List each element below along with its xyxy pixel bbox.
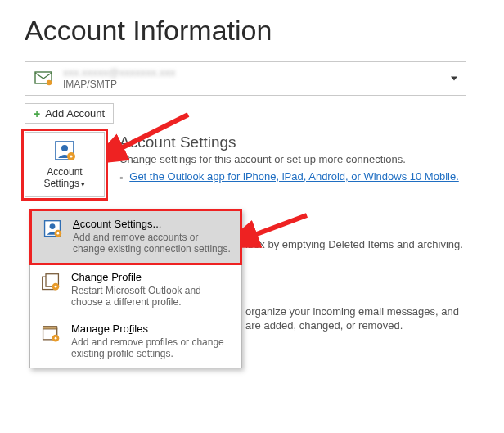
svg-point-17 bbox=[55, 337, 57, 340]
add-account-label: Add Account bbox=[45, 107, 105, 120]
mailbox-settings-fragment: lbox by emptying Deleted Items and archi… bbox=[245, 238, 504, 250]
svg-point-7 bbox=[50, 223, 56, 229]
add-account-button[interactable]: + Add Account bbox=[25, 103, 114, 124]
svg-point-9 bbox=[56, 232, 59, 235]
manage-profiles-icon bbox=[38, 322, 63, 359]
menu-item-desc: Add and remove accounts or change existi… bbox=[73, 232, 232, 255]
svg-rect-15 bbox=[43, 327, 57, 329]
page-title: Account Information bbox=[25, 15, 504, 47]
account-settings-tile[interactable]: Account Settings ▾ bbox=[25, 132, 105, 197]
menu-item-title: Change Profile bbox=[71, 271, 233, 283]
account-settings-tile-icon bbox=[52, 140, 77, 163]
get-outlook-app-link[interactable]: Get the Outlook app for iPhone, iPad, An… bbox=[129, 170, 459, 183]
menu-item-account-settings[interactable]: Account Settings... Add and remove accou… bbox=[29, 209, 242, 265]
menu-item-desc: Restart Microsoft Outlook and choose a d… bbox=[71, 285, 233, 308]
rules-fragment: organize your incoming email messages, a… bbox=[245, 304, 475, 332]
plus-icon: + bbox=[34, 108, 40, 120]
svg-point-13 bbox=[55, 286, 57, 288]
svg-point-1 bbox=[47, 80, 52, 85]
account-selector[interactable]: xxx.xxxxx@xxxxxxx.xxx IMAP/SMTP bbox=[25, 61, 466, 96]
section-heading: Account Settings bbox=[119, 133, 504, 151]
svg-line-19 bbox=[248, 215, 307, 237]
account-selector-labels: xxx.xxxxx@xxxxxxx.xxx IMAP/SMTP bbox=[63, 67, 459, 90]
mailbox-icon bbox=[32, 67, 55, 90]
menu-item-title: Account Settings... bbox=[73, 218, 232, 230]
account-settings-menu: Account Settings... Add and remove accou… bbox=[29, 209, 242, 368]
change-profile-icon bbox=[38, 271, 63, 308]
account-settings-section: Account Settings Change settings for thi… bbox=[119, 132, 504, 197]
menu-item-change-profile[interactable]: Change Profile Restart Microsoft Outlook… bbox=[30, 264, 241, 316]
svg-point-5 bbox=[70, 155, 72, 157]
menu-item-title: Manage Profiles bbox=[71, 322, 233, 335]
account-settings-tile-caption: Account Settings ▾ bbox=[44, 166, 86, 190]
svg-point-3 bbox=[61, 145, 68, 151]
account-protocol: IMAP/SMTP bbox=[63, 79, 459, 90]
section-subtext: Change settings for this account or set … bbox=[119, 153, 504, 165]
chevron-down-icon bbox=[451, 77, 457, 81]
menu-item-manage-profiles[interactable]: Manage Profiles Add and remove profiles … bbox=[30, 316, 241, 368]
account-settings-menu-icon bbox=[40, 218, 65, 255]
menu-item-desc: Add and remove profiles or change existi… bbox=[71, 336, 233, 359]
bullet-icon: ▪ bbox=[119, 170, 123, 185]
account-email: xxx.xxxxx@xxxxxxx.xxx bbox=[63, 67, 459, 79]
